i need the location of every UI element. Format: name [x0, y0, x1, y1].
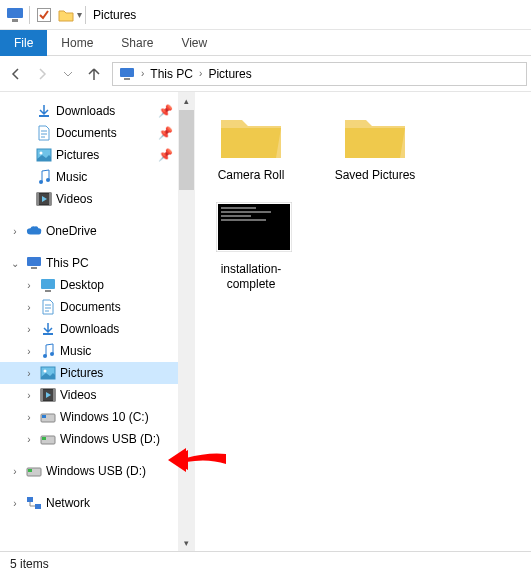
tree-downloads[interactable]: Downloads📌 — [0, 100, 195, 122]
svg-point-19 — [50, 352, 54, 356]
svg-rect-12 — [49, 193, 51, 205]
breadcrumb-thispc[interactable]: This PC — [146, 67, 197, 81]
expand-icon[interactable]: › — [8, 466, 22, 477]
tree-label: Pictures — [60, 366, 103, 380]
scroll-up-icon[interactable]: ▴ — [178, 92, 195, 109]
svg-rect-24 — [53, 389, 55, 401]
tree-label: Windows USB (D:) — [60, 432, 160, 446]
svg-rect-15 — [41, 279, 55, 289]
tree-win10[interactable]: ›Windows 10 (C:) — [0, 406, 195, 428]
up-button[interactable] — [82, 62, 106, 86]
tree-label: Documents — [60, 300, 121, 314]
address-bar[interactable]: › This PC › Pictures — [112, 62, 527, 86]
expand-icon[interactable]: › — [8, 226, 22, 237]
svg-rect-31 — [27, 497, 33, 502]
recent-dropdown[interactable] — [56, 62, 80, 86]
tree-label: Desktop — [60, 278, 104, 292]
window-title: Pictures — [93, 8, 136, 22]
expand-icon[interactable]: › — [22, 302, 36, 313]
pc-icon — [26, 255, 42, 271]
documents-icon — [40, 299, 56, 315]
chevron-right-icon[interactable]: › — [141, 68, 144, 79]
check-icon[interactable] — [36, 7, 52, 23]
tree-pictures-qa[interactable]: Pictures📌 — [0, 144, 195, 166]
content-pane[interactable]: Camera Roll Saved Pictures installation-… — [195, 92, 531, 551]
tree-label: Music — [60, 344, 91, 358]
collapse-icon[interactable]: ⌄ — [8, 258, 22, 269]
pin-icon: 📌 — [158, 126, 173, 140]
scroll-down-icon[interactable]: ▾ — [178, 534, 195, 551]
tree-label: Network — [46, 496, 90, 510]
tab-home[interactable]: Home — [47, 30, 107, 56]
tree-winusb2[interactable]: ›Windows USB (D:) — [0, 460, 195, 482]
expand-icon[interactable]: › — [22, 280, 36, 291]
breadcrumb-pictures[interactable]: Pictures — [204, 67, 255, 81]
documents-icon — [36, 125, 52, 141]
tree-downloads2[interactable]: ›Downloads — [0, 318, 195, 340]
expand-icon[interactable]: › — [8, 498, 22, 509]
expand-icon[interactable]: › — [22, 412, 36, 423]
tree-network[interactable]: ›Network — [0, 492, 195, 514]
svg-rect-0 — [7, 8, 23, 18]
image-thumbnail — [216, 202, 286, 258]
tree-label: Downloads — [60, 322, 119, 336]
tree-label: Downloads — [56, 104, 115, 118]
tree-thispc[interactable]: ⌄This PC — [0, 252, 195, 274]
music-icon — [36, 169, 52, 185]
chevron-right-icon[interactable]: › — [199, 68, 202, 79]
svg-rect-14 — [31, 267, 37, 269]
back-button[interactable] — [4, 62, 28, 86]
tree-videos2[interactable]: ›Videos — [0, 384, 195, 406]
window-titlebar: ▾ Pictures — [0, 0, 531, 30]
tree-pictures2[interactable]: ›Pictures — [0, 362, 195, 384]
tree-music-qa[interactable]: Music — [0, 166, 195, 188]
folder-item-cameraroll[interactable]: Camera Roll — [203, 108, 299, 184]
svg-rect-30 — [28, 469, 32, 472]
tree-winusb[interactable]: ›Windows USB (D:) — [0, 428, 195, 450]
tree-music2[interactable]: ›Music — [0, 340, 195, 362]
body: Downloads📌 Documents📌 Pictures📌 Music Vi… — [0, 92, 531, 551]
svg-rect-4 — [124, 78, 130, 80]
svg-rect-32 — [35, 504, 41, 509]
svg-point-7 — [40, 152, 43, 155]
tree-onedrive[interactable]: ›OneDrive — [0, 220, 195, 242]
folder-icon[interactable] — [58, 7, 74, 23]
expand-icon[interactable]: › — [22, 346, 36, 357]
videos-icon — [40, 387, 56, 403]
tree-videos-qa[interactable]: Videos — [0, 188, 195, 210]
svg-rect-13 — [27, 257, 41, 266]
ribbon-tabs: File Home Share View — [0, 30, 531, 56]
file-item-installation[interactable]: installation-complete — [203, 202, 299, 293]
item-label: installation-complete — [203, 262, 299, 293]
folder-item-savedpictures[interactable]: Saved Pictures — [327, 108, 423, 184]
separator — [85, 6, 86, 24]
tab-view[interactable]: View — [167, 30, 221, 56]
nav-bar: › This PC › Pictures — [0, 56, 531, 92]
folder-icon — [216, 108, 286, 164]
tree-desktop[interactable]: ›Desktop — [0, 274, 195, 296]
downloads-icon — [40, 321, 56, 337]
forward-button — [30, 62, 54, 86]
status-bar: 5 items — [0, 551, 531, 575]
tab-file[interactable]: File — [0, 30, 47, 56]
tree-documents2[interactable]: ›Documents — [0, 296, 195, 318]
dropdown-icon[interactable]: ▾ — [77, 9, 82, 20]
usb-drive-icon — [26, 463, 42, 479]
expand-icon[interactable]: › — [22, 324, 36, 335]
svg-rect-1 — [12, 19, 18, 22]
tree-label: Windows USB (D:) — [46, 464, 146, 478]
expand-icon[interactable]: › — [22, 434, 36, 445]
downloads-icon — [36, 103, 52, 119]
app-icon — [7, 7, 23, 23]
tree-scrollbar[interactable]: ▴ ▾ — [178, 92, 195, 551]
tab-share[interactable]: Share — [107, 30, 167, 56]
tree-label: Videos — [56, 192, 92, 206]
expand-icon[interactable]: › — [22, 390, 36, 401]
svg-rect-11 — [37, 193, 39, 205]
expand-icon[interactable]: › — [22, 368, 36, 379]
drive-icon — [40, 409, 56, 425]
scroll-thumb[interactable] — [179, 110, 194, 190]
tree-label: OneDrive — [46, 224, 97, 238]
pin-icon: 📌 — [158, 148, 173, 162]
tree-documents[interactable]: Documents📌 — [0, 122, 195, 144]
